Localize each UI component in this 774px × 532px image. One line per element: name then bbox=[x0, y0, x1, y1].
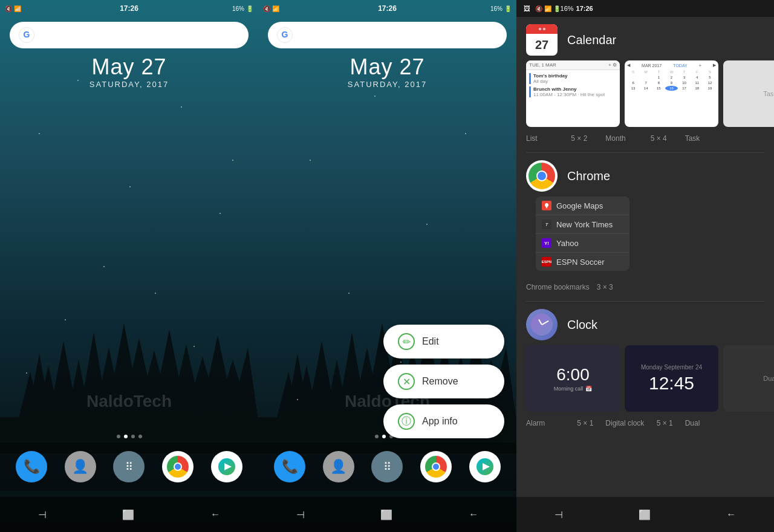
dock-phone-2[interactable]: 📞 bbox=[274, 451, 305, 482]
cal-month-content: ◀ MAR 2017 TODAY + ▶ SMTWTFS 12345 67891… bbox=[625, 60, 718, 93]
google-search-bar-2[interactable]: G bbox=[268, 22, 507, 48]
clock-header: Clock bbox=[516, 302, 774, 345]
date-weekday-2: SATURDAY, 2017 bbox=[258, 80, 516, 89]
cal-month-header: ◀ MAR 2017 TODAY + ▶ bbox=[627, 63, 716, 68]
clock-digital-widget[interactable]: Monday September 24 12:45 bbox=[625, 345, 718, 412]
remove-icon: ✕ bbox=[398, 373, 415, 390]
svg-marker-43 bbox=[545, 206, 548, 209]
page-indicator bbox=[0, 435, 258, 438]
dual-label: Dual bbox=[763, 375, 774, 382]
bookmark-nyt: T New York Times bbox=[536, 215, 629, 234]
remove-label: Remove bbox=[422, 376, 458, 387]
page-dot-3 bbox=[131, 435, 135, 438]
context-remove[interactable]: ✕ Remove bbox=[383, 365, 504, 398]
clock-widgets: 6:00 Morning call 📅 Monday September 24 … bbox=[516, 345, 774, 417]
dock-apps[interactable]: ⠿ bbox=[113, 451, 145, 482]
date-display-left1: May 27 SATURDAY, 2017 bbox=[0, 54, 258, 89]
date-day: May 27 bbox=[0, 54, 258, 80]
task-label: Task bbox=[763, 90, 774, 97]
nav-back-left1[interactable]: ← bbox=[210, 509, 220, 520]
calendar-dots bbox=[539, 28, 545, 30]
cal-list-label: List 5 × 2 bbox=[526, 134, 605, 143]
right-nav-bar: ⊣ ⬜ ← bbox=[516, 497, 774, 532]
right-time: 17:26 bbox=[576, 5, 593, 12]
calendar-task-widget[interactable]: Task bbox=[723, 60, 774, 127]
bookmark-espn: ESPN ESPN Soccer bbox=[536, 253, 629, 271]
nav-back-left2[interactable]: ← bbox=[469, 509, 478, 520]
status-battery: 16% 🔋 bbox=[232, 5, 253, 12]
clock-name: Clock bbox=[567, 318, 597, 332]
bookmark-espn-label: ESPN Soccer bbox=[556, 258, 604, 267]
date-day-2: May 27 bbox=[258, 54, 516, 80]
status-icons-left2: 🔇 📶 bbox=[263, 5, 279, 12]
calendar-header: 27 Calendar bbox=[516, 17, 774, 60]
dock-contacts[interactable]: 👤 bbox=[65, 451, 96, 482]
chrome-icon bbox=[526, 160, 558, 192]
page-dot-4 bbox=[138, 435, 142, 438]
clock-dual-widget[interactable]: Dual bbox=[723, 345, 774, 412]
status-icons-left: 🔇 📶 bbox=[5, 5, 21, 12]
yahoo-icon: Y! bbox=[542, 238, 551, 248]
alarm-label-item: Alarm 5 × 1 bbox=[526, 419, 605, 427]
page-dot-1 bbox=[117, 435, 120, 438]
cal-event-1: Tom's birthday bbox=[533, 73, 617, 79]
status-bar-left2: 🔇 📶 17:26 16% 🔋 bbox=[258, 0, 516, 17]
left-panel-1: 🔇 📶 17:26 16% 🔋 G May 27 SATURDAY, 2017 … bbox=[0, 0, 258, 532]
right-battery-pct: 16% bbox=[561, 5, 574, 12]
nav-bar-left2: ⊣ ⬜ ← bbox=[258, 497, 516, 532]
alarm-time: 6:00 bbox=[556, 365, 590, 384]
calendar-section: 27 Calendar TUE, 1 MAR + ⚙ Tom's birthda… bbox=[516, 17, 774, 150]
right-status-icons: 🔇 📶 🔋 bbox=[535, 5, 561, 12]
calendar-month-widget[interactable]: ◀ MAR 2017 TODAY + ▶ SMTWTFS 12345 67891… bbox=[625, 60, 718, 127]
dock-play-2[interactable] bbox=[469, 451, 501, 482]
digital-label-item: Digital clock 5 × 1 bbox=[605, 419, 685, 427]
chrome-widget-container: Google Maps T New York Times Y! Yahoo bbox=[516, 196, 774, 281]
dock-left2: 📞 👤 ⠿ bbox=[258, 443, 516, 491]
calendar-widget-labels: List 5 × 2 Month 5 × 4 Task bbox=[516, 132, 774, 150]
nav-recents-left1[interactable]: ⊣ bbox=[38, 509, 47, 521]
dock-chrome-2[interactable] bbox=[420, 451, 452, 482]
dock-apps-2[interactable]: ⠿ bbox=[371, 451, 403, 482]
status-battery-2: 16% 🔋 bbox=[490, 5, 512, 12]
espn-icon: ESPN bbox=[542, 257, 551, 267]
clock-alarm-widget[interactable]: 6:00 Morning call 📅 bbox=[526, 345, 620, 412]
clock-min-hand bbox=[542, 320, 549, 325]
svg-text:G: G bbox=[282, 30, 288, 39]
chrome-name: Chrome bbox=[567, 169, 610, 183]
context-app-info[interactable]: ⓘ App info bbox=[383, 404, 504, 438]
dock-left1: 📞 👤 ⠿ bbox=[0, 443, 258, 491]
nav-recents-left2[interactable]: ⊣ bbox=[296, 509, 305, 521]
clock-face bbox=[531, 314, 553, 336]
cal-task-label: Task bbox=[685, 134, 764, 143]
chrome-section: Chrome Google Maps T New York T bbox=[516, 153, 774, 299]
dual-label-item: Dual bbox=[685, 419, 764, 427]
dock-play[interactable] bbox=[211, 451, 242, 482]
calendar-list-widget[interactable]: TUE, 1 MAR + ⚙ Tom's birthday All day Br… bbox=[526, 60, 620, 127]
nav-back-right[interactable]: ← bbox=[726, 509, 736, 520]
right-status-bar: 🖼 🔇 📶 🔋 16% 17:26 bbox=[516, 0, 774, 17]
cal-dot-2 bbox=[543, 28, 545, 30]
cal-event-2: Brunch with Jenny bbox=[533, 86, 617, 92]
status-bar-left1: 🔇 📶 17:26 16% 🔋 bbox=[0, 0, 258, 17]
chrome-bookmarks-widget[interactable]: Google Maps T New York Times Y! Yahoo bbox=[536, 196, 629, 271]
clock-section: Clock 6:00 Morning call 📅 bbox=[516, 302, 774, 435]
nav-home-right[interactable]: ⬜ bbox=[639, 509, 651, 521]
cal-event-2-time: 11:00AM - 12:30PM · Hit the spot bbox=[533, 92, 617, 97]
bookmark-maps: Google Maps bbox=[536, 196, 629, 215]
dock-phone[interactable]: 📞 bbox=[16, 451, 47, 482]
nav-home-left2[interactable]: ⬜ bbox=[380, 509, 392, 521]
clock-widget-labels: Alarm 5 × 1 Digital clock 5 × 1 Dual bbox=[516, 417, 774, 435]
digital-time: 12:45 bbox=[649, 373, 694, 394]
nav-home-left1[interactable]: ⬜ bbox=[122, 509, 134, 521]
google-search-bar[interactable]: G bbox=[10, 22, 249, 48]
dock-chrome[interactable] bbox=[162, 451, 194, 482]
nav-recents-right[interactable]: ⊣ bbox=[554, 509, 563, 521]
calendar-icon-date: 27 bbox=[535, 34, 548, 56]
date-weekday: SATURDAY, 2017 bbox=[0, 80, 258, 89]
dock-contacts-2[interactable]: 👤 bbox=[323, 451, 354, 482]
bookmark-yahoo: Y! Yahoo bbox=[536, 234, 629, 253]
context-edit[interactable]: ✏ Edit bbox=[383, 325, 504, 358]
chrome-bookmarks-label: Chrome bookmarks 3 × 3 bbox=[526, 283, 764, 291]
nav-bar-left1: ⊣ ⬜ ← bbox=[0, 497, 258, 532]
page-dot-2 bbox=[124, 435, 128, 438]
